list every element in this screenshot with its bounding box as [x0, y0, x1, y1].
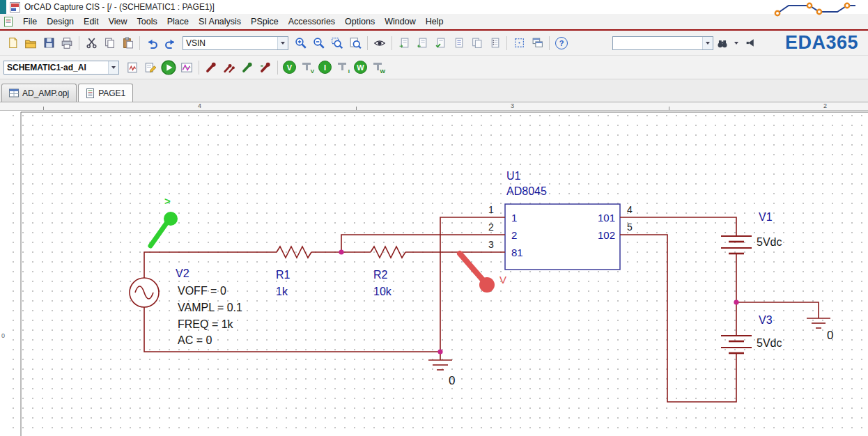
zoom-area-button[interactable] — [328, 34, 346, 52]
search-combo[interactable] — [612, 36, 713, 50]
toggle-bias-voltage-button[interactable]: V — [300, 61, 314, 75]
undo-button[interactable] — [143, 34, 161, 52]
u1-part-name[interactable]: AD8045 — [506, 185, 547, 198]
chevron-down-icon — [734, 42, 738, 45]
voltage-marker-label[interactable]: V — [499, 274, 506, 286]
v1-value[interactable]: 5Vdc — [757, 236, 782, 249]
voltage-marker-button[interactable] — [202, 59, 220, 77]
toggle-bias-current-button[interactable]: I — [336, 61, 350, 75]
simulation-profile-combo[interactable]: SCHEMATIC1-ad_AI — [3, 61, 119, 75]
v2-reference[interactable]: V2 — [176, 267, 189, 280]
r2-resistor-symbol[interactable] — [371, 247, 405, 258]
grid-select-button[interactable] — [510, 34, 528, 52]
print-button[interactable] — [58, 34, 76, 52]
copy-button[interactable] — [100, 34, 118, 52]
u1-reference[interactable]: U1 — [506, 170, 520, 182]
menu-file[interactable]: File — [18, 15, 42, 29]
v3-value[interactable]: 5Vdc — [757, 337, 782, 350]
redo-button[interactable] — [161, 34, 179, 52]
zoom-all-button[interactable] — [346, 34, 364, 52]
r2-value[interactable]: 10k — [373, 286, 392, 298]
menu-design[interactable]: Design — [42, 15, 79, 29]
tab-project[interactable]: AD_AMP.opj — [1, 84, 77, 102]
windows-icon — [532, 37, 543, 49]
chevron-down-icon[interactable] — [277, 37, 288, 49]
ground-right-symbol[interactable] — [807, 318, 830, 328]
save-floppy-icon — [43, 37, 55, 49]
r1-resistor-symbol[interactable] — [277, 247, 311, 258]
menu-accessories[interactable]: Accessories — [284, 15, 340, 29]
menu-tools[interactable]: Tools — [132, 15, 162, 29]
schematic-canvas[interactable]: 4 3 2 0 — [0, 102, 868, 436]
v2-vsin-symbol[interactable] — [130, 278, 159, 307]
save-button[interactable] — [40, 34, 58, 52]
cut-button[interactable] — [82, 34, 100, 52]
wire-net[interactable] — [144, 217, 819, 402]
menu-bar: File Design Edit View Tools Place SI Ana… — [0, 14, 868, 29]
edit-simulation-profile-button[interactable] — [141, 59, 160, 77]
green-probe-cursor[interactable] — [150, 212, 178, 246]
voltage-differential-marker-button[interactable] — [220, 59, 238, 77]
cross-reference-button[interactable] — [467, 34, 486, 52]
r1-value[interactable]: 1k — [276, 286, 288, 298]
edit-profile-pencil-icon — [144, 61, 157, 74]
pspice-toolbar: SCHEMATIC1-ad_AI V V I I W W — [0, 56, 868, 79]
r2-reference[interactable]: R2 — [373, 269, 387, 281]
printer-icon — [61, 37, 73, 49]
enable-bias-current-button[interactable]: I — [318, 61, 332, 74]
menu-si-analysis[interactable]: SI Analysis — [194, 15, 246, 29]
part-combo[interactable]: VSIN — [183, 36, 288, 50]
v2-prop-vampl[interactable]: VAMPL = 0.1 — [178, 302, 242, 314]
annotate-button[interactable] — [395, 34, 413, 52]
menu-help[interactable]: Help — [421, 15, 449, 29]
ground-left-symbol[interactable] — [428, 352, 452, 370]
chevron-down-icon[interactable] — [702, 37, 713, 49]
ground-right-label[interactable]: 0 — [827, 329, 833, 343]
zoom-out-button[interactable] — [310, 34, 328, 52]
r1-reference[interactable]: R1 — [276, 269, 290, 281]
document-icon[interactable] — [3, 17, 14, 27]
v2-prop-voff[interactable]: VOFF = 0 — [178, 285, 226, 297]
toolbar-separator — [506, 36, 507, 50]
window-arrange-button[interactable] — [528, 34, 546, 52]
toggle-bias-power-button[interactable]: W — [371, 61, 385, 75]
v1-vdc-symbol[interactable] — [721, 236, 752, 254]
tab-page1[interactable]: PAGE1 — [78, 84, 133, 102]
open-document-button[interactable] — [22, 34, 40, 52]
design-rule-check-button[interactable] — [431, 34, 449, 52]
enable-bias-power-button[interactable]: W — [354, 61, 367, 74]
snap-view-button[interactable] — [371, 34, 389, 52]
search-dropdown-button[interactable] — [731, 34, 741, 52]
new-document-button[interactable] — [3, 34, 22, 52]
menu-place[interactable]: Place — [162, 15, 194, 29]
ruler-tick — [669, 107, 669, 110]
v3-reference[interactable]: V3 — [759, 314, 773, 327]
menu-window[interactable]: Window — [380, 15, 420, 29]
create-netlist-button[interactable] — [449, 34, 467, 52]
menu-view[interactable]: View — [104, 15, 132, 29]
menu-pspice[interactable]: PSpice — [246, 15, 284, 29]
current-marker-button[interactable] — [238, 59, 256, 77]
view-simulation-results-button[interactable] — [178, 59, 196, 77]
help-button[interactable]: ? — [552, 34, 571, 52]
v3-vdc-symbol[interactable] — [721, 336, 752, 353]
pan-button[interactable] — [741, 34, 759, 52]
enable-bias-voltage-button[interactable]: V — [283, 61, 296, 74]
v2-prop-ac[interactable]: AC = 0 — [178, 334, 212, 347]
power-marker-button[interactable] — [256, 59, 274, 77]
menu-edit[interactable]: Edit — [79, 15, 104, 29]
run-pspice-button[interactable] — [160, 59, 178, 77]
v1-reference[interactable]: V1 — [759, 211, 773, 224]
v2-prop-freq[interactable]: FREQ = 1k — [178, 318, 233, 331]
paste-button[interactable] — [118, 34, 137, 52]
new-simulation-profile-button[interactable] — [123, 59, 141, 77]
ground-left-label[interactable]: 0 — [449, 374, 455, 388]
chevron-down-icon[interactable] — [108, 61, 118, 74]
zoom-in-button[interactable] — [292, 34, 310, 52]
search-parts-button[interactable] — [713, 34, 731, 52]
menu-options[interactable]: Options — [340, 15, 380, 29]
tab-project-label: AD_AMP.opj — [22, 88, 69, 98]
back-annotate-button[interactable] — [413, 34, 431, 52]
bill-of-materials-button[interactable] — [486, 34, 504, 52]
red-voltage-marker[interactable] — [460, 254, 495, 293]
